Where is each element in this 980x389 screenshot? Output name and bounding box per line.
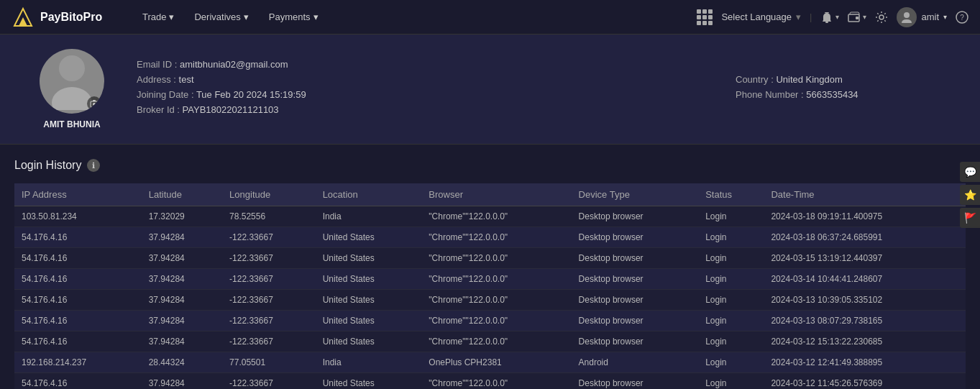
cell-lat: 37.94284 [142,269,222,290]
grid-menu-icon[interactable] [697,9,713,25]
table-row: 54.176.4.16 37.94284 -122.33667 United S… [14,290,966,311]
country-value: United Kingdom [776,74,843,85]
cell-device: Desktop browser [572,227,699,248]
payments-dropdown-icon: ▾ [313,12,319,22]
profile-info: Email ID : amitbhunia02@gmail.com Addres… [137,59,714,119]
phone-row: Phone Number : 5663535434 [736,89,951,100]
section-title-area: Login History ℹ [14,159,966,172]
cell-ip: 54.176.4.16 [14,331,142,352]
col-ip: IP Address [14,183,142,206]
brand-logo-area[interactable]: PayBitoPro [12,6,119,29]
col-lng: Longitude [222,183,316,206]
cell-ip: 54.176.4.16 [14,227,142,248]
cell-ip: 54.176.4.16 [14,248,142,269]
cell-datetime: 2024-03-14 10:44:41.248607 [764,269,966,290]
cell-location: United States [316,248,422,269]
side-icon-star[interactable]: ⭐ [960,185,980,205]
svg-rect-3 [825,22,828,23]
broker-label: Broker Id : [137,104,180,115]
col-lat: Latitude [142,183,222,206]
cell-lat: 28.44324 [142,352,222,373]
user-dropdown-icon: ▾ [943,13,947,21]
cell-browser: "Chrome""122.0.0.0" [421,331,571,352]
nav-links: Trade ▾ Derivatives ▾ Payments ▾ [134,7,682,27]
cell-ip: 103.50.81.234 [14,206,142,227]
cell-ip: 54.176.4.16 [14,290,142,311]
cell-device: Desktop browser [572,269,699,290]
nav-payments[interactable]: Payments ▾ [260,7,327,27]
email-label: Email ID : [137,59,177,70]
cell-status: Login [698,248,764,269]
info-icon[interactable]: ℹ [87,159,100,172]
cell-lng: -122.33667 [222,227,316,248]
cell-ip: 54.176.4.16 [14,311,142,331]
cell-status: Login [698,373,764,390]
side-icon-flag[interactable]: 🚩 [960,208,980,228]
cell-lat: 37.94284 [142,248,222,269]
table-row: 54.176.4.16 37.94284 -122.33667 United S… [14,331,966,352]
svg-marker-1 [19,17,27,26]
cell-browser: "Chrome""122.0.0.0" [421,269,571,290]
wallet-btn[interactable]: ▾ [848,11,866,24]
user-menu-btn[interactable]: amit ▾ [897,7,947,27]
address-label: Address : [137,74,176,85]
cell-location: United States [316,311,422,331]
col-datetime: Date-Time [764,183,966,206]
user-avatar-small [897,7,917,27]
table-header-row: IP Address Latitude Longitude Location B… [14,183,966,206]
cell-status: Login [698,227,764,248]
nav-trade[interactable]: Trade ▾ [134,7,183,27]
address-value: test [179,74,194,85]
login-history-section: Login History ℹ IP Address Latitude Long… [0,145,980,389]
svg-point-10 [59,55,85,81]
help-icon: ? [956,11,968,24]
cell-browser: OnePlus CPH2381 [421,352,571,373]
cell-device: Desktop browser [572,248,699,269]
camera-icon[interactable] [87,96,101,111]
cell-ip: 54.176.4.16 [14,373,142,390]
col-location: Location [316,183,422,206]
nav-derivatives[interactable]: Derivatives ▾ [186,7,257,27]
table-row: 54.176.4.16 37.94284 -122.33667 United S… [14,248,966,269]
cell-datetime: 2024-03-18 06:37:24.685991 [764,227,966,248]
col-status: Status [698,183,764,206]
trade-dropdown-icon: ▾ [169,12,174,22]
settings-btn[interactable] [875,11,888,24]
svg-point-13 [93,103,96,106]
table-row: 103.50.81.234 17.32029 78.52556 India "C… [14,206,966,227]
navbar: PayBitoPro Trade ▾ Derivatives ▾ Payment… [0,0,980,35]
avatar-circle [40,49,104,114]
brand-icon [12,6,35,29]
wallet-dropdown-icon: ▾ [863,13,866,21]
language-selector[interactable]: Select Language ▾ [721,12,801,22]
cell-browser: "Chrome""122.0.0.0" [421,206,571,227]
svg-text:?: ? [960,14,964,22]
phone-label: Phone Number : [736,89,804,100]
phone-value: 5663535434 [806,89,858,100]
cell-device: Desktop browser [572,290,699,311]
brand-name: PayBitoPro [40,11,102,24]
lang-label: Select Language [721,12,792,22]
cell-lat: 37.94284 [142,290,222,311]
cell-browser: "Chrome""122.0.0.0" [421,248,571,269]
cell-browser: "Chrome""122.0.0.0" [421,290,571,311]
user-name: amit [921,12,939,22]
cell-lng: 77.05501 [222,352,316,373]
profile-section: AMIT BHUNIA Email ID : amitbhunia02@gmai… [0,35,980,145]
cell-device: Android [572,352,699,373]
nav-right: Select Language ▾ | ▾ ▾ [697,7,968,27]
help-btn[interactable]: ? [956,11,968,24]
country-label: Country : [736,74,774,85]
cell-ip: 54.176.4.16 [14,269,142,290]
svg-point-11 [52,87,92,110]
cell-status: Login [698,311,764,331]
cell-device: Desktop browser [572,331,699,352]
avatar-wrapper: AMIT BHUNIA [29,49,115,129]
side-icon-chat[interactable]: 💬 [960,162,980,182]
email-value: amitbhunia02@gmail.com [180,59,288,70]
notification-btn[interactable]: ▾ [820,11,839,24]
joining-label: Joining Date : [137,89,194,100]
cell-device: Desktop browser [572,373,699,390]
gear-icon [875,11,888,24]
cell-browser: "Chrome""122.0.0.0" [421,311,571,331]
